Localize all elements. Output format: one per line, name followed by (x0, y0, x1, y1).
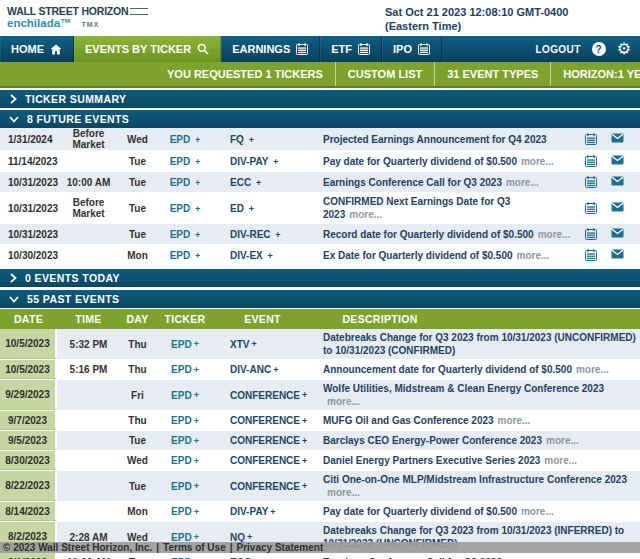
event-type-link-text: NQ (230, 532, 245, 543)
ticker-link[interactable]: EPD + (155, 229, 215, 240)
email-action-icon[interactable] (611, 202, 624, 214)
terms-of-use-link[interactable]: Terms of Use (163, 542, 226, 553)
current-datetime: Sat Oct 21 2023 12:08:10 GMT-0400 (Easte… (385, 5, 568, 34)
tab-events-by-ticker-label: EVENTS BY TICKER (85, 43, 191, 55)
email-action-icon[interactable] (611, 249, 624, 261)
event-type-link[interactable]: CONFERENCE + (215, 380, 310, 410)
column-header-time: TIME (57, 313, 120, 325)
event-type-link[interactable]: DIV-EX + (215, 250, 310, 261)
ticker-link-text: EPD (171, 390, 192, 401)
ticker-link[interactable]: EPD + (155, 360, 215, 379)
calendar-action-icon[interactable] (585, 155, 597, 167)
event-type-link[interactable]: CONFERENCE + (215, 431, 310, 450)
more-link[interactable]: more... (521, 505, 554, 518)
event-day: Tue (120, 177, 155, 188)
event-day: Tue (120, 431, 155, 450)
event-date: 10/31/2023 (0, 177, 57, 188)
more-link[interactable]: more... (546, 434, 579, 447)
tab-etf[interactable]: ETF (320, 36, 382, 62)
subnav-31-event-types[interactable]: 31 EVENT TYPES (434, 62, 550, 86)
tab-earnings[interactable]: EARNINGS (221, 36, 320, 62)
email-action-icon[interactable] (611, 155, 624, 167)
event-type-link[interactable]: DIV-PAY + (215, 156, 310, 167)
event-type-link-text: CONFERENCE (230, 390, 300, 401)
ticker-link[interactable]: EPD + (155, 502, 215, 521)
calendar-action-icon[interactable] (585, 176, 597, 188)
email-action-icon[interactable] (611, 228, 624, 240)
ticker-link[interactable]: EPD + (155, 451, 215, 470)
tab-home[interactable]: HOME (0, 36, 74, 62)
event-description: Datebreaks Change for Q3 2023 from 10/31… (310, 329, 640, 359)
email-action-icon[interactable] (611, 176, 624, 188)
event-description-text: Daniel Energy Partners Executive Series … (323, 454, 540, 467)
calendar-icon (418, 43, 430, 55)
event-time: Before Market (57, 128, 120, 150)
logout-button[interactable]: LOGOUT (535, 44, 580, 55)
subnav-custom-list[interactable]: CUSTOM LIST (335, 62, 434, 86)
ticker-link[interactable]: EPD + (155, 553, 215, 559)
gear-icon[interactable]: ⚙ (617, 41, 631, 57)
more-link[interactable]: more... (327, 395, 360, 408)
event-type-link[interactable]: CONFERENCE + (215, 451, 310, 470)
event-type-link[interactable]: DIV-PAY + (215, 502, 310, 521)
event-time (57, 502, 120, 521)
section-past-events[interactable]: 55 PAST EVENTS (0, 290, 640, 308)
section-ticker-summary[interactable]: TICKER SUMMARY (0, 90, 640, 108)
calendar-action-icon[interactable] (585, 202, 597, 214)
expand-plus: + (268, 251, 273, 261)
more-link[interactable]: more... (538, 229, 571, 240)
calendar-action-icon[interactable] (585, 133, 597, 145)
more-link[interactable]: more... (544, 454, 577, 467)
ticker-link[interactable]: EPD + (155, 431, 215, 450)
more-link[interactable]: more... (506, 177, 539, 188)
privacy-statement-link[interactable]: Privacy Statement (237, 542, 324, 553)
more-link[interactable]: more... (517, 250, 550, 261)
ticker-link[interactable]: EPD + (155, 250, 215, 261)
subnav-you-requested-1-tickers[interactable]: YOU REQUESTED 1 TICKERS (155, 62, 335, 86)
more-link[interactable]: more... (349, 209, 382, 220)
event-type-link-text: ED (230, 203, 247, 214)
ticker-link[interactable]: EPD + (155, 329, 215, 359)
event-type-link[interactable]: DIV-ANC + (215, 360, 310, 379)
tab-ipo[interactable]: IPO (382, 36, 442, 62)
event-date: 10/5/2023 (0, 329, 57, 359)
email-action-icon[interactable] (611, 133, 624, 145)
future-events-list: 1/31/2024Before MarketWedEPD +FQ +Projec… (0, 128, 640, 266)
event-date: 10/31/2023 (0, 203, 57, 214)
event-description: Wolfe Utilities, Midstream & Clean Energ… (310, 380, 640, 410)
ticker-link[interactable]: EPD + (155, 177, 215, 188)
event-type-link[interactable]: CONFERENCE + (215, 471, 310, 501)
event-type-link[interactable]: DIV-REC + (215, 229, 310, 240)
event-type-link[interactable]: ECC + (215, 177, 310, 188)
event-date: 10/5/2023 (0, 360, 57, 379)
ticker-link[interactable]: EPD + (155, 134, 215, 145)
more-link[interactable]: more... (576, 363, 609, 376)
section-events-today[interactable]: 0 EVENTS TODAY (0, 269, 640, 287)
row-actions (576, 176, 640, 188)
tab-events-by-ticker[interactable]: EVENTS BY TICKER (74, 36, 221, 62)
ticker-link[interactable]: EPD + (155, 411, 215, 430)
ticker-link[interactable]: EPD + (155, 380, 215, 410)
ticker-link-text: EPD (170, 177, 193, 188)
footer-bar: © 2023 Wall Street Horizon, Inc.|Terms o… (0, 542, 640, 553)
more-link[interactable]: more... (498, 414, 531, 427)
section-future-events[interactable]: 8 FUTURE EVENTS (0, 110, 640, 128)
more-link[interactable]: more... (521, 156, 554, 167)
event-date: 9/5/2023 (0, 431, 57, 450)
event-description: Citi One-on-One MLP/Midstream Infrastruc… (310, 471, 640, 501)
help-icon[interactable]: ? (592, 42, 606, 56)
event-type-link[interactable]: XTV + (215, 329, 310, 359)
ticker-link[interactable]: EPD + (155, 156, 215, 167)
ticker-link[interactable]: EPD + (155, 203, 215, 214)
event-description: MUFG Oil and Gas Conference 2023more... (310, 411, 640, 430)
more-link[interactable]: more... (327, 486, 360, 499)
ticker-link[interactable]: EPD + (155, 471, 215, 501)
event-type-link[interactable]: ECC + (215, 553, 310, 559)
event-type-link[interactable]: FQ + (215, 134, 310, 145)
calendar-action-icon[interactable] (585, 249, 597, 261)
calendar-action-icon[interactable] (585, 228, 597, 240)
subnav-horizon-1-year[interactable]: HORIZON:1 YEAR (550, 62, 640, 86)
event-description-text: Barclays CEO Energy-Power Conference 202… (323, 434, 542, 447)
event-type-link[interactable]: CONFERENCE + (215, 411, 310, 430)
event-type-link[interactable]: ED + (215, 203, 310, 214)
